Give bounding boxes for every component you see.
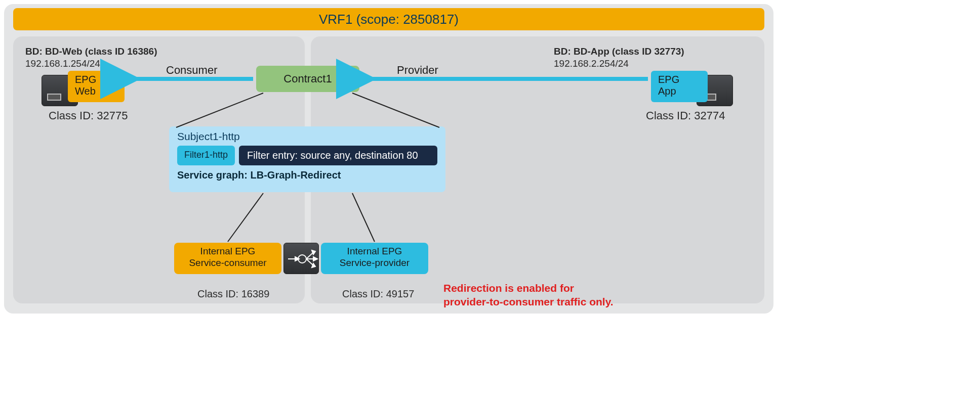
filter-entry: Filter entry: source any, destination 80 <box>239 146 437 165</box>
redirection-note: Redirection is enabled for provider-to-c… <box>443 281 614 309</box>
epg-app-classid: Class ID: 32774 <box>646 109 725 122</box>
svc-consumer-l1: Internal EPG <box>200 246 256 256</box>
epg-app-l1: EPG <box>658 74 679 85</box>
subject-title: Subject1-http <box>177 130 437 143</box>
filter-row: Filter1-http Filter entry: source any, d… <box>177 146 437 165</box>
epg-web-l2: Web <box>75 85 96 97</box>
bd-web-line2: 192.168.1.254/24 <box>25 58 100 69</box>
bd-app-line2: 192.168.2.254/24 <box>554 58 629 69</box>
svg-line-3 <box>306 252 313 259</box>
vrf-title-bar: VRF1 (scope: 2850817) <box>13 8 764 30</box>
note-l2: provider-to-consumer traffic only. <box>443 296 614 307</box>
service-graph-label: Service graph: LB-Graph-Redirect <box>177 169 437 181</box>
epg-web-box: EPG Web <box>68 71 125 102</box>
bd-web-label: BD: BD-Web (class ID 16386) 192.168.1.25… <box>25 46 157 70</box>
bd-app-label: BD: BD-App (class ID 32773) 192.168.2.25… <box>554 46 684 70</box>
svc-provider-l2: Service-provider <box>340 257 410 268</box>
consumer-label: Consumer <box>166 64 217 77</box>
epg-app-box: EPG App <box>651 71 708 102</box>
note-l1: Redirection is enabled for <box>443 282 574 294</box>
svc-provider-box: Internal EPG Service-provider <box>321 243 428 274</box>
svc-provider-classid: Class ID: 49157 <box>342 288 414 300</box>
svc-consumer-l2: Service-consumer <box>189 257 266 268</box>
epg-web-l1: EPG <box>75 74 96 85</box>
filter-name: Filter1-http <box>177 146 235 165</box>
svg-line-7 <box>306 259 313 265</box>
svc-consumer-box: Internal EPG Service-consumer <box>174 243 281 274</box>
load-balancer-icon <box>283 243 319 274</box>
lb-svg <box>284 243 319 275</box>
epg-app-l2: App <box>658 85 676 97</box>
contract-box: Contract1 <box>256 66 359 92</box>
bd-web-line1: BD: BD-Web (class ID 16386) <box>25 46 157 57</box>
svg-marker-6 <box>313 257 317 261</box>
svc-consumer-classid: Class ID: 16389 <box>197 288 269 300</box>
provider-label: Provider <box>397 64 438 77</box>
subject-panel: Subject1-http Filter1-http Filter entry:… <box>169 126 445 192</box>
epg-web-classid: Class ID: 32775 <box>49 109 128 122</box>
bd-app-line1: BD: BD-App (class ID 32773) <box>554 46 684 57</box>
svc-provider-l1: Internal EPG <box>347 246 402 256</box>
